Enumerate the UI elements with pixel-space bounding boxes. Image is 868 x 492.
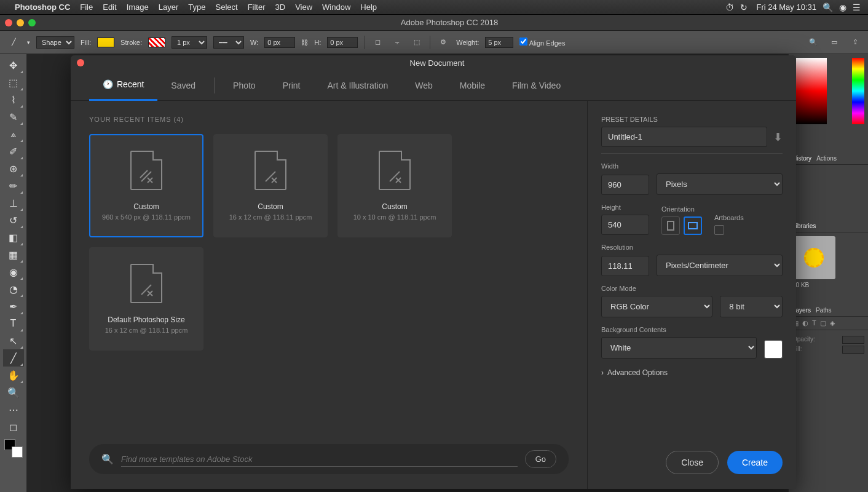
window-zoom-button[interactable] (28, 19, 36, 26)
background-swatch[interactable] (12, 446, 23, 458)
dialog-close-button[interactable] (77, 59, 84, 66)
crop-tool[interactable]: ⟁ (3, 125, 24, 143)
window-minimize-button[interactable] (17, 19, 24, 26)
save-preset-icon[interactable]: ⬇ (773, 130, 783, 144)
line-tool[interactable]: ╱ (3, 349, 24, 367)
width-field[interactable] (601, 175, 649, 195)
width-input[interactable] (264, 37, 295, 48)
orientation-landscape[interactable] (684, 216, 702, 235)
path-operations-icon[interactable]: ◻ (371, 36, 384, 49)
menu-edit[interactable]: Edit (103, 2, 116, 12)
bitdepth-select[interactable]: 8 bit (720, 296, 783, 317)
close-button[interactable]: Close (666, 451, 719, 474)
hand-tool[interactable]: ✋ (3, 367, 24, 384)
menu-image[interactable]: Image (127, 2, 149, 12)
preset-card[interactable]: Custom 16 x 12 cm @ 118.11 ppcm (213, 134, 328, 237)
tab-web[interactable]: Web (401, 70, 446, 101)
width-unit-select[interactable]: Pixels (657, 173, 783, 195)
tab-actions[interactable]: Actions (816, 155, 837, 162)
siri-icon[interactable]: ◉ (839, 2, 846, 12)
lasso-tool[interactable]: ⌇ (3, 91, 24, 108)
marquee-tool[interactable]: ⬚ (3, 74, 24, 91)
filter-shape-icon[interactable]: ▢ (820, 319, 826, 327)
notifications-icon[interactable]: ☰ (853, 2, 861, 12)
template-search-input[interactable] (121, 452, 518, 467)
workspace-icon[interactable]: ▭ (827, 36, 841, 49)
path-arrangement-icon[interactable]: ⬚ (410, 36, 424, 49)
brush-tool[interactable]: ✏ (3, 177, 24, 194)
edit-toolbar[interactable]: ⋯ (3, 401, 24, 418)
quick-mask-toggle[interactable]: ◻ (3, 418, 24, 435)
create-button[interactable]: Create (727, 451, 783, 474)
shape-mode-select[interactable]: Shape (36, 36, 74, 49)
artboards-checkbox[interactable] (714, 225, 724, 235)
pen-tool[interactable]: ✒ (3, 298, 24, 315)
zoom-tool[interactable]: 🔍 (3, 384, 24, 401)
type-tool[interactable]: T (3, 315, 24, 332)
search-icon[interactable]: 🔍 (807, 36, 820, 49)
menu-help[interactable]: Help (360, 2, 377, 12)
stamp-tool[interactable]: ⊥ (3, 194, 24, 212)
gradient-tool[interactable]: ▦ (3, 246, 24, 263)
share-icon[interactable]: ⇪ (848, 36, 862, 49)
tab-saved[interactable]: Saved (157, 70, 209, 101)
advanced-options-toggle[interactable]: › Advanced Options (601, 368, 783, 377)
app-name[interactable]: Photoshop CC (15, 2, 70, 12)
menu-select[interactable]: Select (215, 2, 237, 12)
weight-input[interactable] (485, 37, 513, 48)
fill-swatch[interactable] (97, 38, 114, 47)
dodge-tool[interactable]: ◔ (3, 280, 24, 298)
healing-tool[interactable]: ⊛ (3, 160, 24, 177)
menu-file[interactable]: File (80, 2, 93, 12)
tab-photo[interactable]: Photo (219, 70, 269, 101)
menu-filter[interactable]: Filter (248, 2, 266, 12)
tab-paths[interactable]: Paths (816, 307, 832, 314)
foreground-background-colors[interactable] (4, 439, 23, 458)
line-tool-icon[interactable]: ╱ (6, 35, 21, 50)
tool-preset-chevron-icon[interactable]: ▾ (27, 39, 30, 46)
color-panel[interactable] (789, 54, 868, 153)
fill-input[interactable] (842, 346, 864, 354)
orientation-portrait[interactable] (661, 216, 680, 235)
align-edges-checkbox[interactable]: Align Edges (519, 38, 565, 47)
spotlight-icon[interactable]: 🔍 (823, 2, 833, 12)
window-close-button[interactable] (5, 19, 12, 26)
tab-print[interactable]: Print (269, 70, 314, 101)
bg-select[interactable]: White (601, 337, 757, 359)
colormode-select[interactable]: RGB Color (601, 296, 712, 317)
bg-swatch[interactable] (764, 340, 783, 359)
menu-3d[interactable]: 3D (275, 2, 286, 12)
preset-card[interactable]: Custom 960 x 540 px @ 118.11 ppcm (89, 134, 203, 237)
history-brush-tool[interactable]: ↺ (3, 212, 24, 229)
stroke-swatch[interactable] (148, 38, 165, 47)
timemachine-icon[interactable]: ⏱ (725, 2, 734, 12)
library-item[interactable] (792, 236, 835, 279)
filter-type-icon[interactable]: T (812, 319, 816, 327)
gear-icon[interactable]: ⚙ (436, 36, 450, 49)
stroke-width-select[interactable]: 1 px (172, 36, 207, 49)
eraser-tool[interactable]: ◧ (3, 229, 24, 246)
path-alignment-icon[interactable]: ⫟ (390, 36, 404, 49)
opacity-input[interactable] (842, 336, 864, 344)
eyedropper-tool[interactable]: ✐ (3, 143, 24, 160)
tab-mobile[interactable]: Mobile (446, 70, 499, 101)
tab-recent[interactable]: 🕐Recent (89, 70, 157, 101)
menu-layer[interactable]: Layer (159, 2, 179, 12)
tab-art[interactable]: Art & Illustration (314, 70, 401, 101)
filter-adjust-icon[interactable]: ◐ (802, 319, 808, 327)
path-select-tool[interactable]: ↖ (3, 332, 24, 349)
clock[interactable]: Fri 24 May 10:31 (756, 2, 816, 12)
move-tool[interactable]: ✥ (3, 57, 24, 74)
preset-card[interactable]: Custom 10 x 10 cm @ 118.11 ppcm (337, 134, 452, 237)
height-input[interactable] (327, 37, 358, 48)
document-name-input[interactable] (601, 127, 767, 147)
preset-card[interactable]: Default Photoshop Size 16 x 12 cm @ 118.… (89, 247, 203, 351)
quick-select-tool[interactable]: ✎ (3, 108, 24, 125)
resolution-field[interactable] (601, 256, 649, 276)
blur-tool[interactable]: ◉ (3, 263, 24, 280)
link-wh-icon[interactable]: ⛓ (301, 39, 308, 46)
resolution-unit-select[interactable]: Pixels/Centimeter (657, 255, 783, 276)
go-button[interactable]: Go (525, 450, 556, 468)
menu-window[interactable]: Window (322, 2, 350, 12)
menu-view[interactable]: View (295, 2, 312, 12)
